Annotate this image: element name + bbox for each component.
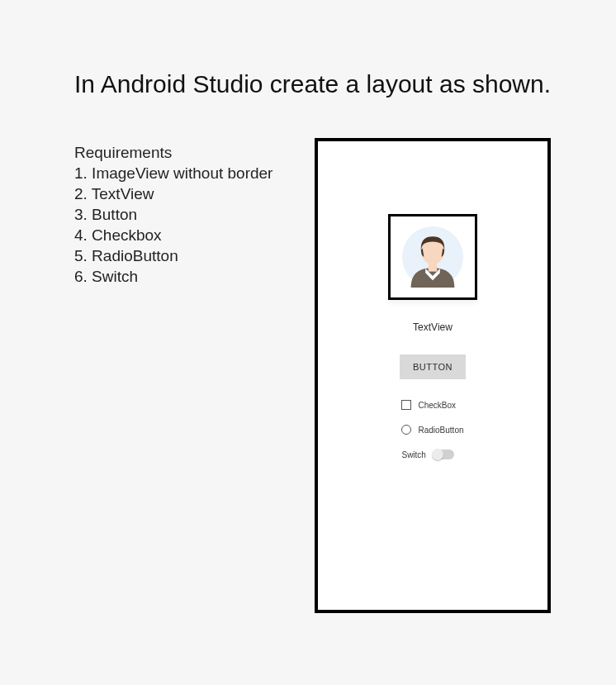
phone-content: TextView BUTTON CheckBox RadioButton Swi… xyxy=(318,141,547,610)
controls-group: CheckBox RadioButton Switch xyxy=(401,400,463,459)
image-view xyxy=(388,214,477,300)
radio-label: RadioButton xyxy=(418,426,463,435)
switch-label: Switch xyxy=(401,450,425,459)
requirements-heading: Requirements xyxy=(74,142,272,163)
switch-control[interactable]: Switch xyxy=(401,450,453,459)
radio-control[interactable]: RadioButton xyxy=(401,425,463,435)
requirement-item: 3. Button xyxy=(74,204,272,225)
text-view: TextView xyxy=(413,321,453,333)
page-title: In Android Studio create a layout as sho… xyxy=(74,70,551,98)
requirement-item: 2. TextView xyxy=(74,183,272,204)
requirement-item: 4. Checkbox xyxy=(74,225,272,245)
requirement-item: 6. Switch xyxy=(74,266,272,287)
checkbox-control[interactable]: CheckBox xyxy=(401,400,456,410)
phone-mockup-frame: TextView BUTTON CheckBox RadioButton Swi… xyxy=(315,138,551,613)
checkbox-label: CheckBox xyxy=(418,401,456,410)
switch-track-icon xyxy=(433,450,454,459)
avatar-icon xyxy=(396,221,469,293)
switch-thumb-icon xyxy=(432,449,443,460)
requirement-item: 5. RadioButton xyxy=(74,245,272,266)
radio-icon xyxy=(401,425,411,435)
requirement-item: 1. ImageView without border xyxy=(74,163,272,183)
button[interactable]: BUTTON xyxy=(400,354,466,379)
requirements-list: Requirements 1. ImageView without border… xyxy=(74,142,272,288)
checkbox-icon xyxy=(401,400,411,410)
